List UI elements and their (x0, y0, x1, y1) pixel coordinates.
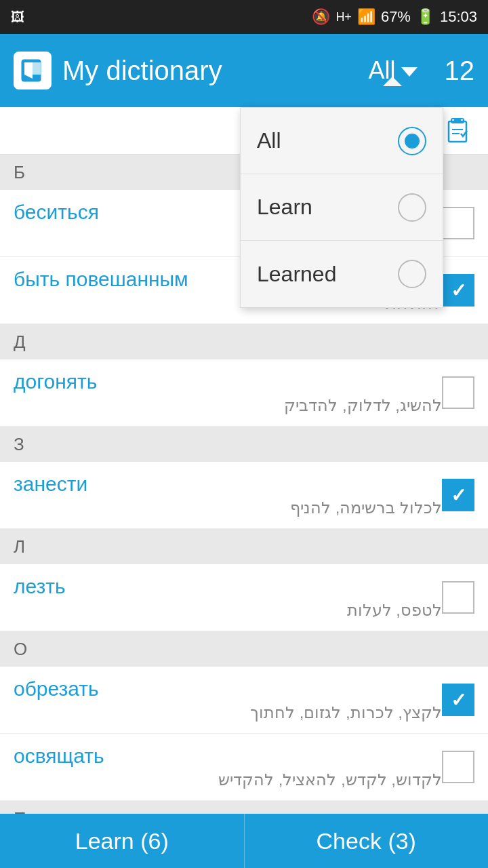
section-header-Д: Д (0, 324, 488, 359)
section-header-О: О (0, 631, 488, 667)
learned-checkbox[interactable]: ✓ (442, 274, 474, 307)
clock-label: 15:03 (440, 8, 477, 26)
learned-checkbox[interactable] (442, 581, 474, 614)
section-header-П: П (0, 801, 488, 814)
clipboard-button[interactable] (442, 113, 477, 149)
learned-checkbox[interactable] (442, 376, 474, 409)
word-hebrew: לטפס, לעלות (14, 601, 442, 620)
filter-dropdown[interactable]: AllLearnLearned (240, 107, 443, 308)
word-russian: освящать (14, 745, 442, 768)
dropdown-item-learned[interactable]: Learned (241, 241, 443, 307)
word-content[interactable]: обрезатьלקצץ, לכרות, לגזום, לחתוך (14, 677, 442, 722)
svg-rect-4 (449, 121, 466, 142)
learned-checkbox[interactable] (442, 207, 474, 239)
learn-button[interactable]: Learn (6) (0, 814, 245, 868)
list-item: догонятьלהשיג, לדלוק, להדביק (0, 359, 488, 427)
dropdown-item-label: All (257, 128, 398, 153)
check-button[interactable]: Check (3) (245, 814, 489, 868)
learned-checkbox[interactable] (442, 751, 474, 783)
filter-dropdown-trigger[interactable]: All (368, 56, 417, 85)
network-type-label: H+ (336, 10, 352, 24)
word-hebrew: לכלול ברשימה, להניף (14, 498, 442, 517)
radio-button[interactable] (398, 260, 426, 288)
svg-marker-3 (24, 60, 33, 62)
word-content[interactable]: догонятьלהשיג, לדלוק, להדביק (14, 370, 442, 415)
word-content[interactable]: лезтьלטפס, לעלות (14, 575, 442, 620)
word-hebrew: לקדוש, לקדש, להאציל, להקדיש (14, 770, 442, 789)
status-icons: 🔕 H+ 📶 67% 🔋 15:03 (312, 8, 477, 26)
bottom-action-bar: Learn (6) Check (3) (0, 814, 488, 868)
word-russian: лезть (14, 575, 442, 598)
word-count-label: 12 (445, 56, 475, 86)
battery-icon: 🔋 (416, 8, 434, 26)
radio-button[interactable] (398, 127, 426, 155)
word-hebrew: לקצץ, לכרות, לגזום, לחתוך (14, 703, 442, 722)
signal-bars-icon: 📶 (357, 8, 375, 26)
dropdown-item-all[interactable]: All (241, 108, 443, 174)
section-header-Л: Л (0, 529, 488, 564)
dropdown-item-learn[interactable]: Learn (241, 174, 443, 241)
section-header-З: З (0, 427, 488, 462)
word-russian: занести (14, 473, 442, 496)
header-title: My dictionary (62, 56, 368, 86)
app-header: My dictionary All 12 (0, 34, 488, 107)
status-bar: 🖼 🔕 H+ 📶 67% 🔋 15:03 (0, 0, 488, 34)
list-item: обрезатьלקצץ, לכרות, לגזום, לחתוך✓ (0, 667, 488, 734)
word-russian: догонять (14, 370, 442, 393)
list-item: освящатьלקדוש, לקדש, להאציל, להקדיש (0, 734, 488, 801)
word-content[interactable]: освящатьלקדוש, לקדש, להאציל, להקדיש (14, 745, 442, 789)
radio-button[interactable] (398, 193, 426, 222)
dropdown-item-label: Learned (257, 262, 398, 287)
app-icon (14, 52, 52, 90)
svg-rect-2 (33, 62, 41, 75)
learned-checkbox[interactable]: ✓ (442, 479, 474, 511)
battery-label: 67% (381, 8, 411, 26)
word-russian: обрезать (14, 677, 442, 701)
list-item: занестиלכלול ברשימה, להניף✓ (0, 462, 488, 529)
word-hebrew: להשיג, לדלוק, להדביק (14, 396, 442, 415)
signal-mute-icon: 🔕 (312, 8, 330, 26)
learned-checkbox[interactable]: ✓ (442, 684, 474, 716)
dropdown-item-label: Learn (257, 195, 398, 220)
list-item: лезтьלטפס, לעלות (0, 564, 488, 631)
word-content[interactable]: занестиלכלול ברשימה, להניף (14, 473, 442, 517)
